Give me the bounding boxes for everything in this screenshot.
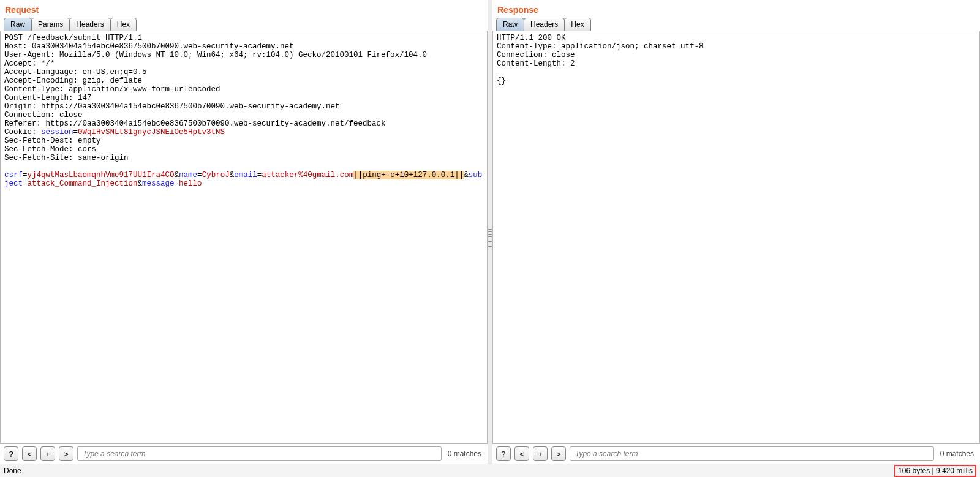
cookie-value: 0WqIHvSNLt81gnycJSNEiOe5Hptv3tNS xyxy=(78,128,225,137)
request-editor[interactable]: POST /feedback/submit HTTP/1.1 Host: 0aa… xyxy=(1,31,487,443)
response-match-count: 0 matches xyxy=(938,449,976,458)
request-pane: Request Raw Params Headers Hex POST /fee… xyxy=(0,0,488,477)
status-right: 106 bytes | 9,420 millis xyxy=(894,465,976,477)
response-editor[interactable]: HTTP/1.1 200 OK Content-Type: applicatio… xyxy=(493,31,979,443)
cookie-name: session xyxy=(41,128,74,137)
response-title: Response xyxy=(492,0,980,17)
add-button[interactable]: + xyxy=(533,446,548,461)
response-search-input[interactable] xyxy=(570,446,934,461)
prev-match-button[interactable]: < xyxy=(514,446,529,461)
request-headers-text: POST /feedback/submit HTTP/1.1 Host: 0aa… xyxy=(4,34,427,137)
response-tabs: Raw Headers Hex xyxy=(492,17,980,31)
add-button[interactable]: + xyxy=(40,446,55,461)
request-tabs: Raw Params Headers Hex xyxy=(0,17,488,31)
request-searchbar: ? < + > 0 matches xyxy=(0,443,488,464)
pane-splitter[interactable] xyxy=(488,0,492,477)
request-match-count: 0 matches xyxy=(445,449,484,458)
tab-hex[interactable]: Hex xyxy=(564,18,590,31)
tab-headers[interactable]: Headers xyxy=(524,18,565,31)
request-title: Request xyxy=(0,0,488,17)
status-bar: Done 106 bytes | 9,420 millis xyxy=(0,464,980,477)
help-button[interactable]: ? xyxy=(496,446,511,461)
prev-match-button[interactable]: < xyxy=(22,446,37,461)
grip-icon xyxy=(488,227,492,251)
tab-hex[interactable]: Hex xyxy=(110,18,137,31)
status-left: Done xyxy=(4,467,21,475)
next-match-button[interactable]: > xyxy=(551,446,566,461)
tab-raw[interactable]: Raw xyxy=(496,18,524,31)
next-match-button[interactable]: > xyxy=(59,446,74,461)
help-button[interactable]: ? xyxy=(4,446,18,461)
tab-raw[interactable]: Raw xyxy=(4,18,32,31)
tab-params[interactable]: Params xyxy=(31,18,70,31)
tab-headers[interactable]: Headers xyxy=(69,18,110,31)
response-searchbar: ? < + > 0 matches xyxy=(492,443,980,464)
request-search-input[interactable] xyxy=(77,446,442,461)
injected-payload: ||ping+-c+10+127.0.0.1|| xyxy=(353,171,464,179)
response-text: HTTP/1.1 200 OK Content-Type: applicatio… xyxy=(497,34,704,85)
response-pane: Response Raw Headers Hex HTTP/1.1 200 OK… xyxy=(492,0,980,477)
